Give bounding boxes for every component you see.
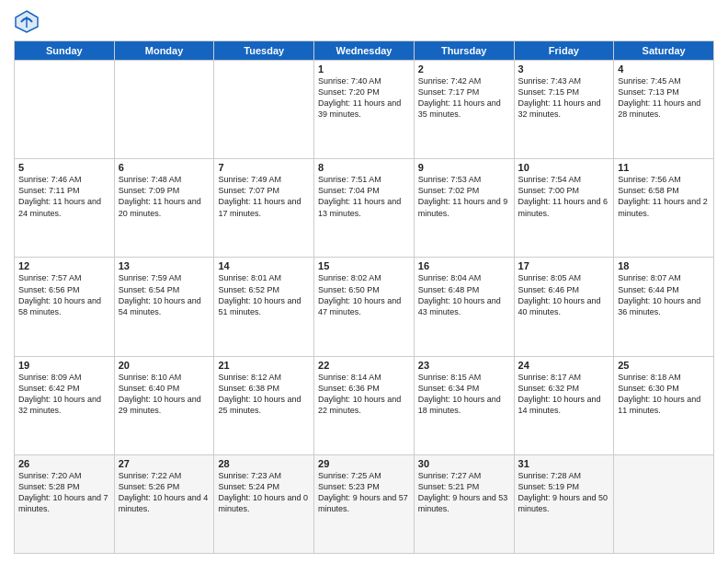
day-header-saturday: Saturday bbox=[614, 41, 714, 61]
calendar-cell: 6Sunrise: 7:48 AM Sunset: 7:09 PM Daylig… bbox=[114, 159, 214, 258]
day-number: 22 bbox=[318, 360, 410, 371]
calendar-cell bbox=[15, 61, 115, 159]
calendar-cell: 7Sunrise: 7:49 AM Sunset: 7:07 PM Daylig… bbox=[214, 159, 314, 258]
day-number: 13 bbox=[119, 260, 210, 271]
day-info: Sunrise: 8:15 AM Sunset: 6:34 PM Dayligh… bbox=[418, 372, 510, 417]
calendar-cell: 13Sunrise: 7:59 AM Sunset: 6:54 PM Dayli… bbox=[114, 258, 214, 356]
day-info: Sunrise: 7:59 AM Sunset: 6:54 PM Dayligh… bbox=[119, 272, 210, 317]
header bbox=[14, 9, 714, 35]
calendar-cell: 28Sunrise: 7:23 AM Sunset: 5:24 PM Dayli… bbox=[214, 454, 314, 553]
day-number: 5 bbox=[18, 162, 110, 173]
calendar-cell: 9Sunrise: 7:53 AM Sunset: 7:02 PM Daylig… bbox=[414, 159, 514, 258]
day-info: Sunrise: 7:48 AM Sunset: 7:09 PM Dayligh… bbox=[119, 174, 210, 219]
day-number: 23 bbox=[418, 360, 510, 371]
calendar-week-5: 26Sunrise: 7:20 AM Sunset: 5:28 PM Dayli… bbox=[15, 454, 714, 553]
day-info: Sunrise: 8:01 AM Sunset: 6:52 PM Dayligh… bbox=[218, 272, 310, 317]
day-info: Sunrise: 8:05 AM Sunset: 6:46 PM Dayligh… bbox=[518, 272, 610, 317]
day-info: Sunrise: 7:27 AM Sunset: 5:21 PM Dayligh… bbox=[418, 470, 510, 515]
day-number: 16 bbox=[418, 260, 510, 271]
calendar-cell: 19Sunrise: 8:09 AM Sunset: 6:42 PM Dayli… bbox=[15, 356, 115, 454]
day-info: Sunrise: 7:53 AM Sunset: 7:02 PM Dayligh… bbox=[418, 174, 510, 219]
day-info: Sunrise: 7:22 AM Sunset: 5:26 PM Dayligh… bbox=[119, 470, 210, 515]
calendar-week-3: 12Sunrise: 7:57 AM Sunset: 6:56 PM Dayli… bbox=[15, 258, 714, 356]
day-info: Sunrise: 8:09 AM Sunset: 6:42 PM Dayligh… bbox=[18, 372, 110, 417]
day-number: 17 bbox=[518, 260, 610, 271]
calendar-cell: 22Sunrise: 8:14 AM Sunset: 6:36 PM Dayli… bbox=[314, 356, 415, 454]
day-info: Sunrise: 8:10 AM Sunset: 6:40 PM Dayligh… bbox=[119, 372, 210, 417]
day-number: 24 bbox=[518, 360, 610, 371]
day-header-friday: Friday bbox=[514, 41, 614, 61]
day-number: 20 bbox=[119, 360, 210, 371]
day-number: 28 bbox=[218, 458, 310, 469]
calendar-cell: 30Sunrise: 7:27 AM Sunset: 5:21 PM Dayli… bbox=[414, 454, 514, 553]
day-number: 19 bbox=[18, 360, 110, 371]
day-number: 3 bbox=[518, 63, 610, 75]
calendar-cell: 16Sunrise: 8:04 AM Sunset: 6:48 PM Dayli… bbox=[414, 258, 514, 356]
day-number: 21 bbox=[218, 360, 310, 371]
day-number: 6 bbox=[119, 162, 210, 173]
day-number: 18 bbox=[618, 260, 710, 271]
day-info: Sunrise: 7:49 AM Sunset: 7:07 PM Dayligh… bbox=[218, 174, 310, 219]
calendar-cell: 4Sunrise: 7:45 AM Sunset: 7:13 PM Daylig… bbox=[614, 61, 714, 159]
calendar-cell: 20Sunrise: 8:10 AM Sunset: 6:40 PM Dayli… bbox=[114, 356, 214, 454]
calendar-cell: 29Sunrise: 7:25 AM Sunset: 5:23 PM Dayli… bbox=[314, 454, 415, 553]
calendar-week-1: 1Sunrise: 7:40 AM Sunset: 7:20 PM Daylig… bbox=[15, 61, 714, 159]
day-number: 29 bbox=[318, 458, 410, 469]
day-header-monday: Monday bbox=[114, 41, 214, 61]
day-number: 4 bbox=[618, 63, 710, 75]
day-header-wednesday: Wednesday bbox=[314, 41, 415, 61]
day-number: 8 bbox=[318, 162, 410, 173]
logo-icon bbox=[14, 9, 40, 35]
day-info: Sunrise: 7:28 AM Sunset: 5:19 PM Dayligh… bbox=[518, 470, 610, 515]
day-info: Sunrise: 8:14 AM Sunset: 6:36 PM Dayligh… bbox=[318, 372, 410, 417]
day-info: Sunrise: 7:57 AM Sunset: 6:56 PM Dayligh… bbox=[18, 272, 110, 317]
day-number: 1 bbox=[318, 63, 410, 75]
day-info: Sunrise: 7:51 AM Sunset: 7:04 PM Dayligh… bbox=[318, 174, 410, 219]
day-info: Sunrise: 8:02 AM Sunset: 6:50 PM Dayligh… bbox=[318, 272, 410, 317]
day-number: 15 bbox=[318, 260, 410, 271]
calendar-cell: 31Sunrise: 7:28 AM Sunset: 5:19 PM Dayli… bbox=[514, 454, 614, 553]
calendar-cell bbox=[114, 61, 214, 159]
calendar-cell: 27Sunrise: 7:22 AM Sunset: 5:26 PM Dayli… bbox=[114, 454, 214, 553]
calendar-cell: 3Sunrise: 7:43 AM Sunset: 7:15 PM Daylig… bbox=[514, 61, 614, 159]
day-number: 2 bbox=[418, 63, 510, 75]
day-number: 25 bbox=[618, 360, 710, 371]
day-info: Sunrise: 7:43 AM Sunset: 7:15 PM Dayligh… bbox=[518, 75, 610, 121]
day-number: 9 bbox=[418, 162, 510, 173]
calendar-cell: 5Sunrise: 7:46 AM Sunset: 7:11 PM Daylig… bbox=[15, 159, 115, 258]
day-info: Sunrise: 7:25 AM Sunset: 5:23 PM Dayligh… bbox=[318, 470, 410, 515]
day-number: 14 bbox=[218, 260, 310, 271]
day-info: Sunrise: 7:42 AM Sunset: 7:17 PM Dayligh… bbox=[418, 75, 510, 121]
logo bbox=[14, 9, 43, 35]
calendar-cell bbox=[614, 454, 714, 553]
calendar-cell: 17Sunrise: 8:05 AM Sunset: 6:46 PM Dayli… bbox=[514, 258, 614, 356]
day-header-sunday: Sunday bbox=[15, 41, 115, 61]
day-number: 7 bbox=[218, 162, 310, 173]
day-info: Sunrise: 8:04 AM Sunset: 6:48 PM Dayligh… bbox=[418, 272, 510, 317]
day-number: 30 bbox=[418, 458, 510, 469]
calendar-cell: 15Sunrise: 8:02 AM Sunset: 6:50 PM Dayli… bbox=[314, 258, 415, 356]
calendar-cell: 10Sunrise: 7:54 AM Sunset: 7:00 PM Dayli… bbox=[514, 159, 614, 258]
calendar-cell: 12Sunrise: 7:57 AM Sunset: 6:56 PM Dayli… bbox=[15, 258, 115, 356]
day-number: 26 bbox=[18, 458, 110, 469]
calendar-cell: 26Sunrise: 7:20 AM Sunset: 5:28 PM Dayli… bbox=[15, 454, 115, 553]
calendar-header-row: SundayMondayTuesdayWednesdayThursdayFrid… bbox=[15, 41, 714, 61]
day-number: 11 bbox=[618, 162, 710, 173]
calendar-cell: 2Sunrise: 7:42 AM Sunset: 7:17 PM Daylig… bbox=[414, 61, 514, 159]
day-number: 10 bbox=[518, 162, 610, 173]
calendar-cell: 21Sunrise: 8:12 AM Sunset: 6:38 PM Dayli… bbox=[214, 356, 314, 454]
day-info: Sunrise: 7:20 AM Sunset: 5:28 PM Dayligh… bbox=[18, 470, 110, 515]
calendar-week-2: 5Sunrise: 7:46 AM Sunset: 7:11 PM Daylig… bbox=[15, 159, 714, 258]
calendar-cell: 14Sunrise: 8:01 AM Sunset: 6:52 PM Dayli… bbox=[214, 258, 314, 356]
calendar-cell: 8Sunrise: 7:51 AM Sunset: 7:04 PM Daylig… bbox=[314, 159, 415, 258]
day-header-tuesday: Tuesday bbox=[214, 41, 314, 61]
calendar-table: SundayMondayTuesdayWednesdayThursdayFrid… bbox=[14, 40, 714, 554]
day-header-thursday: Thursday bbox=[414, 41, 514, 61]
day-info: Sunrise: 7:54 AM Sunset: 7:00 PM Dayligh… bbox=[518, 174, 610, 219]
calendar-cell: 23Sunrise: 8:15 AM Sunset: 6:34 PM Dayli… bbox=[414, 356, 514, 454]
calendar-cell: 25Sunrise: 8:18 AM Sunset: 6:30 PM Dayli… bbox=[614, 356, 714, 454]
calendar-cell: 11Sunrise: 7:56 AM Sunset: 6:58 PM Dayli… bbox=[614, 159, 714, 258]
day-number: 27 bbox=[119, 458, 210, 469]
day-number: 12 bbox=[18, 260, 110, 271]
calendar-cell: 18Sunrise: 8:07 AM Sunset: 6:44 PM Dayli… bbox=[614, 258, 714, 356]
